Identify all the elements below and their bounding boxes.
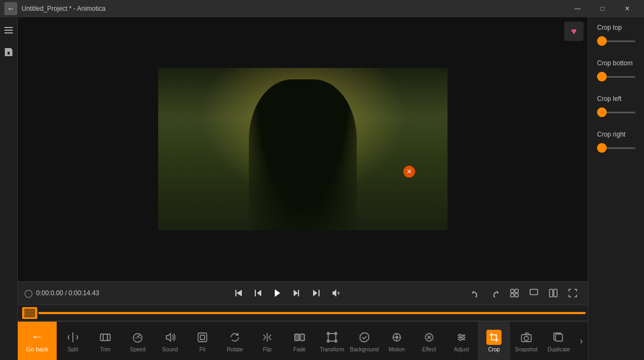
svg-rect-10: [554, 289, 557, 297]
rotate-label: Rotate: [227, 347, 242, 352]
crop-right-thumb[interactable]: [597, 143, 607, 153]
crop-bottom-slider[interactable]: [597, 71, 635, 82]
svg-rect-24: [328, 334, 336, 341]
duplicate-label: Duplicate: [547, 347, 570, 352]
close-button[interactable]: ✕: [615, 0, 640, 17]
trim-label: Trim: [100, 347, 111, 352]
toolbar-item-fit[interactable]: Fit: [186, 322, 219, 360]
adjust-label: Adjust: [454, 347, 469, 352]
background-label: Background: [350, 347, 378, 352]
toolbar-item-duplicate[interactable]: Duplicate: [543, 322, 575, 360]
crop-left-control: Crop left: [597, 95, 635, 118]
go-back-arrow-icon: ←: [31, 330, 43, 344]
effect-label: Effect: [422, 347, 436, 352]
timeline-area: [18, 305, 588, 321]
skip-to-start-button[interactable]: [230, 284, 247, 302]
time-display: ◯ 0:00:0.00 / 0:00:14.43: [24, 289, 99, 297]
crop-panel: Crop top Crop bottom Crop left: [588, 17, 644, 360]
fullscreen-button[interactable]: [564, 284, 581, 302]
toolbar-item-flip[interactable]: Flip: [251, 322, 283, 360]
toolbar-item-motion[interactable]: Motion: [381, 322, 413, 360]
bottom-toolbar: ← Go back Split: [18, 321, 588, 360]
window-controls: — □ ✕: [565, 0, 640, 17]
crop-top-thumb[interactable]: [597, 36, 607, 46]
go-back-label: Go back: [26, 346, 49, 352]
step-back-button[interactable]: [249, 284, 267, 302]
fit-icon: [195, 330, 210, 345]
close-video-button[interactable]: ✕: [403, 166, 415, 178]
svg-rect-16: [107, 334, 108, 341]
svg-rect-14: [100, 334, 110, 341]
view-toggle-button[interactable]: [545, 284, 562, 302]
toolbar-item-transform[interactable]: Transform: [316, 322, 348, 360]
motion-label: Motion: [389, 347, 405, 352]
svg-point-33: [462, 336, 464, 338]
toolbar-item-rotate[interactable]: Rotate: [219, 322, 251, 360]
svg-rect-15: [103, 334, 104, 341]
svg-point-32: [459, 334, 461, 336]
menu-icon[interactable]: [0, 22, 17, 39]
crop-bottom-thumb[interactable]: [597, 72, 607, 81]
crop-left-thumb[interactable]: [597, 107, 607, 117]
svg-point-36: [524, 336, 528, 341]
speed-icon: [130, 330, 145, 345]
redo-button[interactable]: [486, 284, 504, 302]
play-button[interactable]: [269, 284, 286, 302]
toolbar-item-background[interactable]: Background: [348, 322, 381, 360]
transport-controls: [108, 284, 467, 302]
maximize-button[interactable]: □: [590, 0, 615, 17]
export-button[interactable]: [525, 284, 543, 302]
step-forward-button[interactable]: [288, 284, 306, 302]
toolbar-item-snapshot[interactable]: Snapshot: [510, 322, 543, 360]
crop-top-slider[interactable]: [597, 36, 635, 46]
crop-right-slider[interactable]: [597, 142, 635, 153]
undo-button[interactable]: [467, 284, 484, 302]
toolbar-item-effect[interactable]: Effect: [413, 322, 445, 360]
grid-button[interactable]: [506, 284, 523, 302]
svg-rect-12: [24, 311, 35, 312]
toolbar-item-crop[interactable]: Crop: [478, 322, 510, 360]
rotate-icon: [227, 330, 242, 345]
snapshot-label: Snapshot: [515, 347, 538, 352]
minimize-button[interactable]: —: [565, 0, 590, 17]
flip-label: Flip: [263, 347, 272, 352]
crop-top-control: Crop top: [597, 24, 635, 46]
svg-point-27: [327, 340, 329, 342]
crop-label: Crop: [488, 347, 500, 352]
svg-point-25: [327, 332, 329, 335]
svg-point-30: [396, 336, 398, 338]
svg-rect-11: [24, 309, 35, 317]
transform-label: Transform: [320, 347, 344, 352]
adjust-icon: [454, 330, 469, 345]
svg-rect-0: [4, 27, 13, 28]
toolbar-item-fade[interactable]: Fade: [283, 322, 316, 360]
content-area: ♥ ✕ ◯ 0:00:0.00 / 0:00:14.43: [18, 17, 588, 360]
go-back-button[interactable]: ← Go back: [18, 322, 57, 360]
save-icon[interactable]: [0, 43, 17, 60]
right-panel: Crop top Crop bottom Crop left: [588, 17, 644, 360]
timeline-clip[interactable]: [22, 307, 37, 319]
transform-icon: [324, 330, 340, 345]
volume-button[interactable]: [327, 284, 344, 302]
timeline-track[interactable]: [38, 312, 586, 314]
transport-bar: ◯ 0:00:0.00 / 0:00:14.43: [18, 281, 588, 305]
svg-rect-20: [295, 334, 299, 341]
crop-top-track: [597, 40, 635, 42]
crop-left-slider[interactable]: [597, 107, 635, 118]
toolbar-item-adjust[interactable]: Adjust: [445, 322, 478, 360]
toolbar-more-button[interactable]: ›: [575, 322, 588, 360]
background-icon: [357, 330, 372, 345]
tree-silhouette: [249, 79, 357, 230]
toolbar-item-split[interactable]: Split: [57, 322, 89, 360]
skip-to-end-button[interactable]: [308, 284, 325, 302]
flip-icon: [260, 330, 275, 345]
time-icon: ◯: [24, 289, 33, 297]
video-canvas: [158, 68, 448, 230]
back-button[interactable]: ←: [4, 2, 17, 15]
crop-top-label: Crop top: [597, 24, 635, 31]
toolbar-item-sound[interactable]: Sound: [154, 322, 186, 360]
heart-button[interactable]: ♥: [564, 22, 584, 41]
toolbar-item-speed[interactable]: Speed: [121, 322, 154, 360]
svg-marker-3: [275, 289, 280, 297]
toolbar-item-trim[interactable]: Trim: [89, 322, 121, 360]
